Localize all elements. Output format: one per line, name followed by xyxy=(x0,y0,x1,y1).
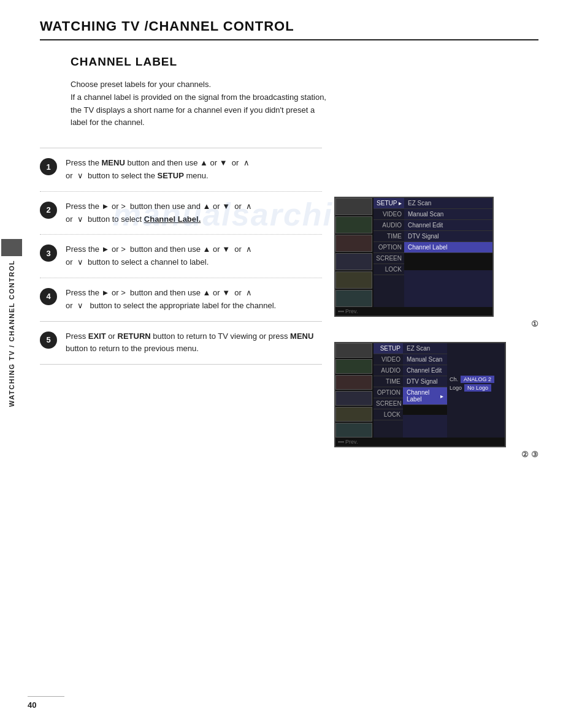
tv2-item-channeledit: Channel Edit xyxy=(403,365,447,376)
tv-item-channeledit: Channel Edit xyxy=(404,220,492,231)
tv2-logo-row: Logo No Logo xyxy=(450,384,502,392)
tv-item-ezscan: EZ Scan xyxy=(404,198,492,209)
sidebar-label: WATCHING TV / CHANNEL CONTROL xyxy=(8,260,15,407)
screenshot-1-label: ① xyxy=(334,319,538,328)
tv2-sidebar-screen: SCREEN xyxy=(373,398,403,409)
step-4: 4 Press the ► or > button and then use ▲… xyxy=(40,278,322,321)
step-1: 1 Press the MENU button and then use ▲ o… xyxy=(40,148,322,191)
tv2-left-panel xyxy=(335,343,373,438)
tv2-thumb-2 xyxy=(335,359,372,374)
tv2-right-panel: SETUP VIDEO AUDIO TIME OPTION SCREEN LOC… xyxy=(373,343,505,438)
tv2-thumb-1 xyxy=(335,343,372,358)
tv2-ch-value: ANALOG 2 xyxy=(461,376,494,383)
tv2-item-dtvsignal: DTV Signal xyxy=(403,376,447,387)
tv2-thumb-5 xyxy=(335,407,372,422)
step-number-5: 5 xyxy=(40,332,57,349)
page-title: WATCHING TV /CHANNEL CONTROL xyxy=(40,18,538,34)
step-number-1: 1 xyxy=(40,158,57,175)
tv2-thumb-6 xyxy=(335,423,372,438)
tv2-sidebar-setup: SETUP xyxy=(373,343,403,354)
content-area: 1 Press the MENU button and then use ▲ o… xyxy=(40,148,538,464)
tv-thumb-3 xyxy=(335,235,372,252)
menu-keyword: MENU xyxy=(102,158,125,167)
step-5: 5 Press EXIT or RETURN button to return … xyxy=(40,321,322,365)
tv-sidebar-labels: SETUP ▸ VIDEO AUDIO TIME OPTION SCREEN L… xyxy=(373,198,404,307)
return-keyword: RETURN xyxy=(118,332,151,341)
tv-bottom-1: ▪▪▪ Prev. xyxy=(335,307,492,316)
tv-menu-2-row: SETUP VIDEO AUDIO TIME OPTION SCREEN LOC… xyxy=(335,343,505,438)
tv2-thumb-4 xyxy=(335,391,372,406)
sidebar-dark-block xyxy=(1,239,22,256)
tv-menu-1: SETUP ▸ VIDEO AUDIO TIME OPTION SCREEN L… xyxy=(334,197,494,317)
exit-keyword: EXIT xyxy=(88,332,106,341)
step-text-2: Press the ► or > button then use and ▲ o… xyxy=(66,200,322,226)
channel-label-keyword: Channel Label. xyxy=(144,214,201,224)
tv-sidebar-lock: LOCK xyxy=(373,264,404,275)
tv2-sidebar-lock: LOCK xyxy=(373,409,403,420)
tv-thumb-4 xyxy=(335,253,372,270)
tv2-item-ezscan: EZ Scan xyxy=(403,343,447,354)
tv-thumb-5 xyxy=(335,271,372,289)
tv-sidebar-option: OPTION xyxy=(373,242,404,253)
step-2: 2 Press the ► or > button then use and ▲… xyxy=(40,191,322,235)
section-title: CHANNEL LABEL xyxy=(71,55,538,69)
tv2-sidebar-audio: AUDIO xyxy=(373,365,403,376)
intro-line-2: If a channel label is provided on the si… xyxy=(71,91,328,129)
tv-thumb-2 xyxy=(335,216,372,233)
tv2-logo-label: Logo xyxy=(450,385,462,391)
step-text-4: Press the ► or > button and then use ▲ o… xyxy=(66,287,322,313)
tv-bottom-2: ▪▪▪ Prev. xyxy=(335,438,505,446)
tv-menu-items-col: EZ Scan Manual Scan Channel Edit DTV Sig… xyxy=(404,198,492,307)
tv-thumb-6 xyxy=(335,290,372,307)
tv-sidebar-audio: AUDIO xyxy=(373,220,404,231)
tv2-sidebar-option: OPTION xyxy=(373,387,403,398)
page-number: 40 xyxy=(28,696,64,710)
intro-text: Choose preset labels for your channels. … xyxy=(71,78,328,129)
tv2-values-col: Ch. ANALOG 2 Logo No Logo xyxy=(447,343,505,438)
tv2-ch-row: Ch. ANALOG 2 Logo No Logo xyxy=(450,376,502,392)
tv-sidebar-setup: SETUP ▸ xyxy=(373,198,404,209)
page-header: WATCHING TV /CHANNEL CONTROL xyxy=(40,18,538,40)
tv2-item-channellabel: Channel Label ▸ xyxy=(403,387,447,405)
tv-sidebar-screen: SCREEN xyxy=(373,253,404,264)
steps-column: 1 Press the MENU button and then use ▲ o… xyxy=(40,148,322,464)
step-text-3: Press the ► or > button and then use ▲ o… xyxy=(66,243,322,269)
menu-keyword-2: MENU xyxy=(290,332,313,341)
tv-spacer xyxy=(404,253,492,270)
step-number-3: 3 xyxy=(40,245,57,262)
tv-menu-2: SETUP VIDEO AUDIO TIME OPTION SCREEN LOC… xyxy=(334,342,506,447)
tv-sidebar-video: VIDEO xyxy=(373,209,404,220)
screenshot-1: SETUP ▸ VIDEO AUDIO TIME OPTION SCREEN L… xyxy=(334,197,538,328)
tv2-spacer xyxy=(403,405,447,415)
tv2-ch-value-row: Ch. ANALOG 2 xyxy=(450,376,502,383)
main-content: WATCHING TV /CHANNEL CONTROL CHANNEL LAB… xyxy=(28,0,563,488)
tv2-sidebar-time: TIME xyxy=(373,376,403,387)
tv-sidebar-time: TIME xyxy=(373,231,404,242)
step-text-1: Press the MENU button and then use ▲ or … xyxy=(66,157,322,183)
step-number-4: 4 xyxy=(40,288,57,305)
tv-thumb-1 xyxy=(335,198,372,215)
tv-left-panel xyxy=(335,198,373,307)
tv2-ch-label: Ch. xyxy=(450,376,458,382)
tv2-thumb-3 xyxy=(335,375,372,390)
screenshot-2: SETUP VIDEO AUDIO TIME OPTION SCREEN LOC… xyxy=(334,342,538,459)
screenshots-column: SETUP ▸ VIDEO AUDIO TIME OPTION SCREEN L… xyxy=(334,148,538,464)
intro-line-1: Choose preset labels for your channels. xyxy=(71,78,328,91)
tv-item-dtvsignal: DTV Signal xyxy=(404,231,492,242)
sidebar: WATCHING TV / CHANNEL CONTROL xyxy=(0,0,23,728)
step-number-2: 2 xyxy=(40,202,57,219)
tv2-item-manualscan: Manual Scan xyxy=(403,354,447,365)
step-3: 3 Press the ► or > button and then use ▲… xyxy=(40,234,322,278)
tv2-logo-value: No Logo xyxy=(464,384,491,392)
tv2-main-menu: EZ Scan Manual Scan Channel Edit DTV Sig… xyxy=(403,343,447,438)
tv2-sidebar-video: VIDEO xyxy=(373,354,403,365)
tv-item-manualscan: Manual Scan xyxy=(404,209,492,220)
tv-right-panel: SETUP ▸ VIDEO AUDIO TIME OPTION SCREEN L… xyxy=(373,198,492,307)
tv-item-channellabel: Channel Label xyxy=(404,242,492,253)
setup-keyword: SETUP xyxy=(157,171,183,180)
step-text-5: Press EXIT or RETURN button to return to… xyxy=(66,330,322,356)
tv2-sidebar: SETUP VIDEO AUDIO TIME OPTION SCREEN LOC… xyxy=(373,343,403,438)
tv-menu-row-1: SETUP ▸ VIDEO AUDIO TIME OPTION SCREEN L… xyxy=(335,198,492,307)
screenshot-2-label: ② ③ xyxy=(334,450,538,459)
